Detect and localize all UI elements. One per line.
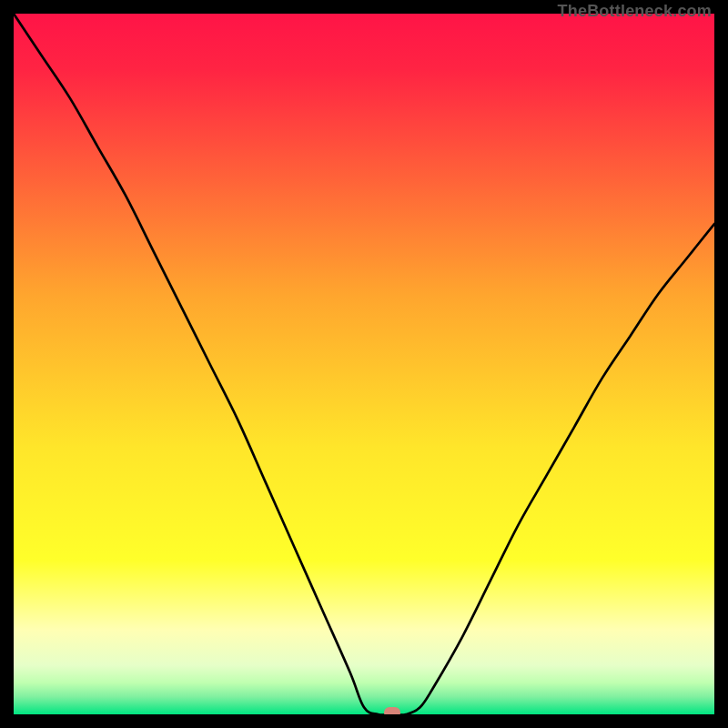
watermark-text: TheBottleneck.com: [558, 2, 712, 21]
chart-frame: TheBottleneck.com: [0, 0, 728, 728]
bottleneck-curve: [14, 14, 714, 714]
plot-area: [14, 14, 714, 714]
optimal-point-marker: [384, 707, 400, 714]
